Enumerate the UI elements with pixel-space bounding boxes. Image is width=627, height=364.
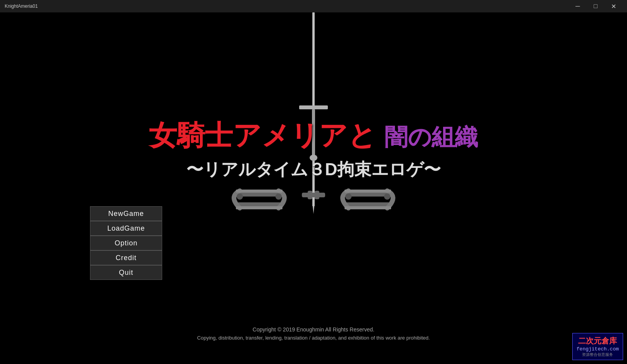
shackles-decoration bbox=[213, 179, 414, 218]
svg-point-18 bbox=[345, 193, 352, 200]
credit-button[interactable]: Credit bbox=[90, 250, 162, 265]
main-menu: NewGame LoadGame Option Credit Quit bbox=[90, 206, 162, 280]
close-button[interactable]: ✕ bbox=[604, 0, 622, 12]
maximize-button[interactable]: □ bbox=[587, 0, 604, 12]
window-title: KnightAmeria01 bbox=[5, 3, 569, 9]
svg-rect-17 bbox=[345, 206, 391, 209]
svg-point-19 bbox=[384, 193, 390, 200]
new-game-button[interactable]: NewGame bbox=[90, 206, 162, 221]
svg-point-10 bbox=[275, 193, 282, 200]
watermark-subtitle: 资源整合创意服务 bbox=[577, 352, 619, 357]
game-title: 女騎士アメリアと 闇の組織 〜リアルタイム３D拘束エロゲ〜 bbox=[149, 117, 478, 181]
copyright-line2: Copying, distribution, transfer, lending… bbox=[0, 335, 627, 341]
load-game-button[interactable]: LoadGame bbox=[90, 221, 162, 236]
copyright-area: Copyright © 2019 Enoughmin All Rights Re… bbox=[0, 326, 627, 341]
svg-rect-12 bbox=[308, 191, 312, 199]
watermark-title: 二次元倉库 bbox=[577, 336, 619, 346]
svg-rect-1 bbox=[299, 105, 328, 109]
title-red-text: 女騎士アメリアと bbox=[149, 120, 376, 151]
svg-rect-8 bbox=[236, 206, 282, 209]
title-subtitle: 〜リアルタイム３D拘束エロゲ〜 bbox=[149, 158, 478, 181]
svg-rect-16 bbox=[345, 190, 391, 193]
window-controls: ─ □ ✕ bbox=[569, 0, 622, 12]
svg-rect-7 bbox=[236, 190, 282, 193]
svg-rect-13 bbox=[315, 191, 319, 199]
watermark-url: fengjitech.com bbox=[577, 346, 619, 352]
quit-button[interactable]: Quit bbox=[90, 265, 162, 280]
watermark: 二次元倉库 fengjitech.com 资源整合创意服务 bbox=[572, 333, 623, 360]
option-button[interactable]: Option bbox=[90, 236, 162, 250]
game-area: 女騎士アメリアと 闇の組織 〜リアルタイム３D拘束エロゲ〜 NewGame Lo… bbox=[0, 12, 627, 364]
title-bar: KnightAmeria01 ─ □ ✕ bbox=[0, 0, 627, 12]
title-purple-text: 闇の組織 bbox=[385, 124, 478, 150]
minimize-button[interactable]: ─ bbox=[569, 0, 587, 12]
copyright-line1: Copyright © 2019 Enoughmin All Rights Re… bbox=[0, 326, 627, 333]
svg-point-9 bbox=[237, 193, 243, 200]
svg-rect-11 bbox=[302, 193, 325, 197]
